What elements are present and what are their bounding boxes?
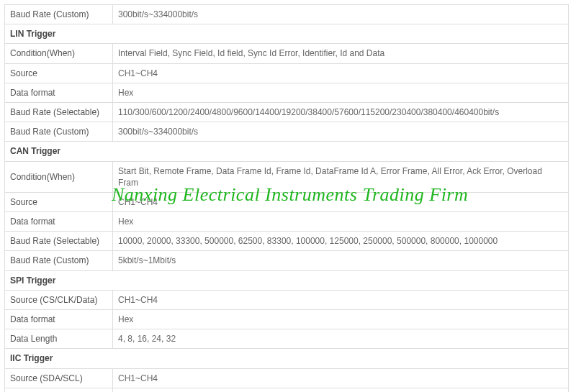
table-row: Data formatHex — [5, 212, 569, 232]
spec-value: Hex — [113, 388, 569, 392]
spec-value: Interval Field, Sync Field, Id field, Sy… — [113, 44, 569, 63]
table-row: Data Length4, 8, 16, 24, 32 — [5, 329, 569, 349]
table-row: Baud Rate (Selectable)110/300/600/1200/2… — [5, 102, 569, 122]
spec-label: Baud Rate (Selectable) — [5, 102, 113, 122]
table-row: Source (SDA/SCL)CH1~CH4 — [5, 368, 569, 388]
spec-value: Hex — [113, 83, 569, 102]
table-row: SourceCH1~CH4 — [5, 63, 569, 83]
spec-value: 300bit/s~334000bit/s — [113, 5, 569, 24]
table-row: Baud Rate (Custom)5kbit/s~1Mbit/s — [5, 251, 569, 270]
spec-table-container: Baud Rate (Custom)300bit/s~334000bit/sLI… — [0, 0, 576, 392]
table-row: Baud Rate (Custom)300bit/s~334000bit/s — [5, 5, 569, 24]
section-header: LIN Trigger — [5, 24, 569, 44]
table-row: CAN Trigger — [5, 142, 569, 161]
spec-value: Start Bit, Remote Frame, Data Frame Id, … — [113, 161, 569, 192]
spec-label: Condition(When) — [5, 161, 113, 192]
spec-value: CH1~CH4 — [113, 290, 569, 309]
spec-value: Hex — [113, 310, 569, 329]
table-row: Data formatHex — [5, 310, 569, 329]
spec-label: Source (CS/CLK/Data) — [5, 290, 113, 309]
table-row: Condition(When)Start Bit, Remote Frame, … — [5, 161, 569, 192]
spec-label: Condition(When) — [5, 44, 113, 63]
spec-value: CH1~CH4 — [113, 192, 569, 211]
spec-label: Data format — [5, 310, 113, 329]
spec-value: CH1~CH4 — [113, 63, 569, 83]
spec-value: 10000, 20000, 33300, 500000, 62500, 8330… — [113, 232, 569, 251]
section-header: CAN Trigger — [5, 142, 569, 161]
spec-value: 5kbit/s~1Mbit/s — [113, 251, 569, 270]
spec-value: Hex — [113, 212, 569, 232]
table-row: SPI Trigger — [5, 270, 569, 290]
spec-label: Baud Rate (Custom) — [5, 122, 113, 142]
section-header: SPI Trigger — [5, 270, 569, 290]
spec-value: 4, 8, 16, 24, 32 — [113, 329, 569, 349]
table-row: IIC Trigger — [5, 349, 569, 368]
spec-label: Source (SDA/SCL) — [5, 368, 113, 388]
spec-table: Baud Rate (Custom)300bit/s~334000bit/sLI… — [4, 4, 569, 392]
spec-label: Baud Rate (Selectable) — [5, 232, 113, 251]
table-row: Baud Rate (Custom)300bit/s~334000bit/s — [5, 122, 569, 142]
table-row: Condition(When)Interval Field, Sync Fiel… — [5, 44, 569, 63]
table-row: Data formatHex — [5, 388, 569, 392]
spec-label: Source — [5, 63, 113, 83]
spec-label: Baud Rate (Custom) — [5, 251, 113, 270]
table-row: SourceCH1~CH4 — [5, 192, 569, 211]
spec-label: Data Length — [5, 329, 113, 349]
spec-value: 110/300/600/1200/2400/4800/9600/14400/19… — [113, 102, 569, 122]
table-row: Data formatHex — [5, 83, 569, 102]
table-row: Baud Rate (Selectable)10000, 20000, 3330… — [5, 232, 569, 251]
spec-label: Data format — [5, 83, 113, 102]
section-header: IIC Trigger — [5, 349, 569, 368]
spec-label: Baud Rate (Custom) — [5, 5, 113, 24]
table-row: LIN Trigger — [5, 24, 569, 44]
spec-label: Data format — [5, 388, 113, 392]
spec-value: CH1~CH4 — [113, 368, 569, 388]
spec-value: 300bit/s~334000bit/s — [113, 122, 569, 142]
spec-label: Data format — [5, 212, 113, 232]
spec-label: Source — [5, 192, 113, 211]
table-row: Source (CS/CLK/Data)CH1~CH4 — [5, 290, 569, 309]
